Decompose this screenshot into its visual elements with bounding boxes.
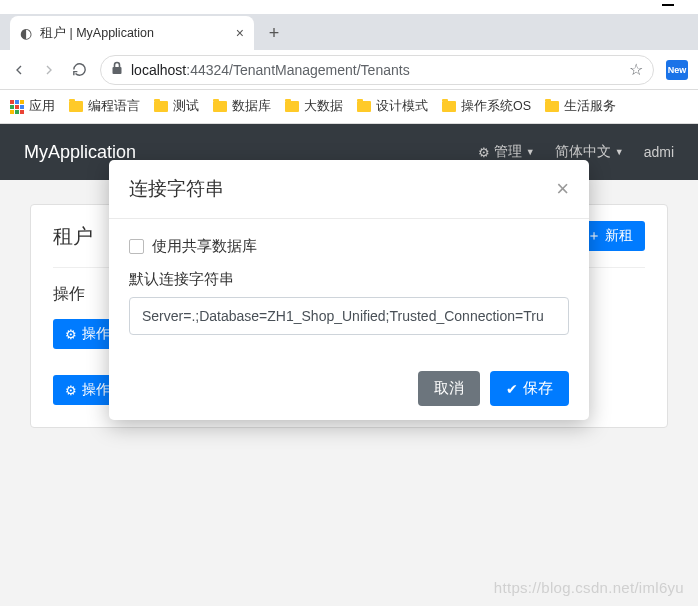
folder-icon (213, 101, 227, 112)
bookmark-bar: 应用 编程语言 测试 数据库 大数据 设计模式 操作系统OS 生活服务 (0, 90, 698, 124)
tab-close-button[interactable]: × (236, 25, 244, 41)
address-bar: localhost:44324/TenantManagement/Tenants… (0, 50, 698, 90)
browser-tab[interactable]: ◐ 租户 | MyApplication × (10, 16, 254, 50)
bookmark-folder[interactable]: 生活服务 (545, 98, 616, 115)
globe-icon: ◐ (20, 25, 32, 41)
folder-icon (154, 101, 168, 112)
url-field[interactable]: localhost:44324/TenantManagement/Tenants… (100, 55, 654, 85)
gear-icon: ⚙ (65, 383, 77, 398)
folder-icon (545, 101, 559, 112)
url-host: localhost (131, 62, 186, 78)
bookmark-folder[interactable]: 数据库 (213, 98, 271, 115)
folder-icon (357, 101, 371, 112)
cancel-button[interactable]: 取消 (418, 371, 480, 406)
window-minimize-button[interactable] (662, 4, 674, 6)
browser-chrome: ◐ 租户 | MyApplication × + localhost:44324… (0, 0, 698, 124)
watermark: https://blog.csdn.net/iml6yu (494, 579, 684, 596)
folder-icon (69, 101, 83, 112)
bookmark-folder[interactable]: 大数据 (285, 98, 343, 115)
lock-icon (111, 61, 123, 78)
new-tab-button[interactable]: + (260, 19, 288, 47)
tab-strip: ◐ 租户 | MyApplication × + (0, 14, 698, 50)
connection-string-label: 默认连接字符串 (129, 270, 569, 289)
apps-label: 应用 (29, 98, 55, 115)
connection-string-modal: 连接字符串 × 使用共享数据库 默认连接字符串 Server=.;Databas… (109, 160, 589, 420)
apps-button[interactable]: 应用 (10, 98, 55, 115)
modal-header: 连接字符串 × (109, 160, 589, 219)
forward-button[interactable] (40, 61, 58, 79)
extension-icon[interactable]: New (666, 60, 688, 80)
back-button[interactable] (10, 61, 28, 79)
nav-manage[interactable]: ⚙ 管理 ▼ (478, 143, 535, 161)
apps-icon (10, 100, 24, 114)
extension-label: New (668, 65, 687, 75)
folder-icon (285, 101, 299, 112)
page-area: MyApplication ⚙ 管理 ▼ 简体中文 ▼ admi 租户 ＋ 新租 (0, 124, 698, 606)
check-icon: ✔ (506, 381, 518, 397)
window-buttons (0, 0, 698, 14)
bookmark-folder[interactable]: 操作系统OS (442, 98, 531, 115)
chevron-down-icon: ▼ (526, 147, 535, 157)
chevron-down-icon: ▼ (615, 147, 624, 157)
gear-icon: ⚙ (65, 327, 77, 342)
shared-db-checkbox[interactable] (129, 239, 144, 254)
save-button[interactable]: ✔ 保存 (490, 371, 569, 406)
bookmark-folder[interactable]: 测试 (154, 98, 199, 115)
url-path: /TenantManagement/Tenants (229, 62, 410, 78)
gear-icon: ⚙ (478, 145, 490, 160)
folder-icon (442, 101, 456, 112)
navbar-right: ⚙ 管理 ▼ 简体中文 ▼ admi (478, 143, 674, 161)
card-title: 租户 (53, 223, 93, 250)
reload-button[interactable] (70, 61, 88, 79)
modal-close-button[interactable]: × (556, 178, 569, 200)
bookmark-folder[interactable]: 编程语言 (69, 98, 140, 115)
nav-language[interactable]: 简体中文 ▼ (555, 143, 624, 161)
url-text: localhost:44324/TenantManagement/Tenants (131, 62, 410, 78)
url-port: :44324 (186, 62, 229, 78)
bookmark-folder[interactable]: 设计模式 (357, 98, 428, 115)
shared-db-label: 使用共享数据库 (152, 237, 257, 256)
connection-string-input[interactable]: Server=.;Database=ZH1_Shop_Unified;Trust… (129, 297, 569, 335)
modal-title: 连接字符串 (129, 176, 224, 202)
shared-db-row: 使用共享数据库 (129, 237, 569, 256)
svg-rect-0 (113, 67, 122, 74)
modal-footer: 取消 ✔ 保存 (109, 357, 589, 420)
nav-user[interactable]: admi (644, 144, 674, 160)
tab-title: 租户 | MyApplication (40, 25, 154, 42)
bookmark-star-icon[interactable]: ☆ (629, 60, 643, 79)
modal-body: 使用共享数据库 默认连接字符串 Server=.;Database=ZH1_Sh… (109, 219, 589, 357)
plus-icon: ＋ (587, 227, 601, 245)
